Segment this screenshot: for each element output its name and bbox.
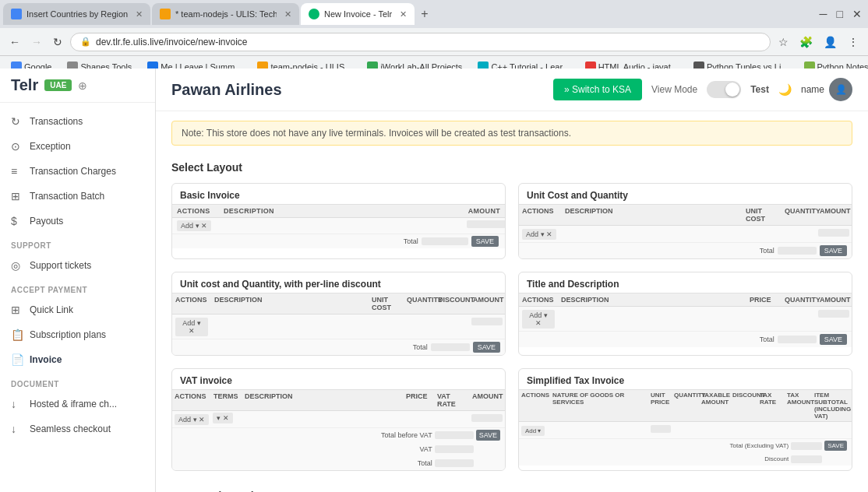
sidebar-item-quick-link[interactable]: ⊞ Quick Link — [0, 297, 155, 322]
vat-footer-subtotal: Total before VAT SAVE — [172, 428, 505, 442]
sidebar-item-transactions[interactable]: ↻ Transactions — [0, 109, 155, 134]
alert-text: Note: This store does not have any live … — [182, 128, 571, 139]
upl-col-actions: ACTIONS — [172, 293, 211, 314]
st-add-row: Add ▾ — [519, 422, 852, 439]
st-col-tax-amt: TAX AMOUNT — [785, 390, 813, 421]
sidebar-item-invoice[interactable]: 📄 Invoice — [0, 347, 155, 372]
tab-3-close[interactable]: ✕ — [400, 9, 407, 19]
st-col-discount: DISCOUNT — [731, 390, 758, 421]
upl-save-button[interactable]: SAVE — [473, 342, 500, 353]
toggle-knob — [725, 83, 739, 97]
td-save-button[interactable]: SAVE — [820, 334, 847, 345]
hosted-iframe-label: Hosted & iframe ch... — [30, 399, 117, 409]
vat-add-button[interactable]: Add ▾ ✕ — [175, 414, 209, 425]
layout-card-simplified-tax[interactable]: Simplified Tax Invoice ACTIONS NATURE OF… — [518, 368, 852, 471]
forward-button[interactable]: → — [28, 34, 45, 50]
ucq-save-button[interactable]: SAVE — [820, 245, 847, 256]
upl-col-unit-cost: UNIT COST — [369, 293, 404, 314]
basic-add-button[interactable]: Add ▾ ✕ — [177, 220, 211, 231]
address-bar[interactable]: 🔒 dev.tlr.fe.ulis.live/invoice/new-invoi… — [70, 33, 771, 51]
basic-col-amount: AMOUNT — [462, 205, 505, 217]
toggle-track[interactable] — [707, 81, 741, 98]
basic-save-button[interactable]: SAVE — [471, 236, 499, 247]
extensions-button[interactable]: 🧩 — [796, 34, 816, 50]
upl-header: ACTIONS DESCRIPTION UNIT COST QUANTITY D… — [172, 293, 505, 315]
simplified-tax-preview: ACTIONS NATURE OF GOODS OR SERVICES UNIT… — [519, 389, 852, 466]
menu-button[interactable]: ⋮ — [845, 34, 862, 50]
vat-footer-total: Total SAVE — [172, 456, 505, 470]
st-add-button[interactable]: Add ▾ — [521, 426, 545, 436]
tab-1[interactable]: Insert Countries by Region ✕ — [3, 3, 150, 25]
seamless-checkout-label: Seamless checkout — [30, 423, 111, 434]
exception-icon: ⊙ — [11, 140, 23, 153]
sidebar-item-transaction-batch[interactable]: ⊞ Transaction Batch — [0, 184, 155, 209]
new-tab-button[interactable]: + — [416, 7, 432, 21]
td-col-desc: DESCRIPTION — [558, 293, 746, 306]
view-mode-toggle[interactable] — [707, 81, 741, 98]
dark-mode-icon[interactable]: 🌙 — [778, 83, 792, 96]
stored-templates-title: Stored templates — [171, 483, 852, 492]
sidebar-item-exception[interactable]: ⊙ Exception — [0, 134, 155, 159]
tab-2-close[interactable]: ✕ — [284, 9, 291, 19]
tab-2-title: * team-nodejs - ULIS: Technolog... — [175, 9, 277, 19]
support-section-label: SUPPORT — [0, 234, 155, 253]
tab-2[interactable]: * team-nodejs - ULIS: Technolog... ✕ — [152, 3, 299, 25]
ucq-add-button[interactable]: Add ▾ ✕ — [522, 229, 556, 240]
vat-header: ACTIONS TERMS DESCRIPTION PRICE VAT RATE… — [172, 390, 505, 411]
accept-payment-section-label: ACCEPT PAYMENT — [0, 278, 155, 297]
layout-card-unit-per-line[interactable]: Unit cost and Quantity, with per-line di… — [171, 272, 506, 356]
vat-terms-button[interactable]: ▾ ✕ — [213, 413, 233, 423]
layout-card-basic[interactable]: Basic Invoice ACTIONS DESCRIPTION AMOUNT… — [171, 183, 506, 259]
td-add-button[interactable]: Add ▾ ✕ — [522, 310, 555, 329]
tab-3[interactable]: New Invoice - Telr ✕ — [301, 3, 415, 25]
upl-add-button[interactable]: Add ▾ ✕ — [175, 318, 208, 336]
st-save-button[interactable]: SAVE — [824, 441, 847, 451]
lock-icon: 🔒 — [80, 37, 91, 47]
basic-footer: Total SAVE — [172, 234, 505, 248]
tab-1-title: Insert Countries by Region — [26, 9, 128, 19]
transactions-label: Transactions — [30, 116, 83, 127]
alert-banner: Note: This store does not have any live … — [171, 121, 852, 146]
globe-icon[interactable]: ⊕ — [78, 79, 87, 92]
basic-col-desc: DESCRIPTION — [219, 205, 462, 217]
upl-col-amount: AMOUNT — [470, 293, 505, 314]
sidebar-item-support-tickets[interactable]: ◎ Support tickets — [0, 253, 155, 278]
bookmark-button[interactable]: ☆ — [775, 34, 792, 50]
switch-ksa-button[interactable]: » Switch to KSA — [553, 79, 642, 100]
tab-2-favicon — [160, 9, 171, 19]
vat-footer-vat: VAT SAVE — [172, 442, 505, 456]
telr-logo: Telr — [11, 76, 38, 94]
unit-per-line-title: Unit cost and Quantity, with per-line di… — [172, 272, 505, 293]
close-window-button[interactable]: ✕ — [849, 6, 865, 22]
transaction-charges-icon: ≡ — [11, 165, 23, 177]
layout-card-vat[interactable]: VAT invoice ACTIONS TERMS DESCRIPTION PR… — [171, 368, 506, 471]
sidebar-item-transaction-charges[interactable]: ≡ Transaction Charges — [0, 159, 155, 184]
vat-save-button-1[interactable]: SAVE — [476, 430, 500, 441]
refresh-button[interactable]: ↻ — [50, 34, 65, 50]
sidebar-item-payouts[interactable]: $ Payouts — [0, 209, 155, 234]
sidebar-item-seamless-checkout[interactable]: ↓ Seamless checkout — [0, 416, 155, 441]
tab-1-close[interactable]: ✕ — [136, 9, 143, 19]
ucq-col-amount: AMOUNT — [817, 205, 852, 225]
maximize-button[interactable]: □ — [834, 6, 846, 22]
profile-button[interactable]: 👤 — [820, 34, 840, 50]
avatar[interactable]: 👤 — [829, 78, 852, 101]
minimize-button[interactable]: ─ — [817, 6, 831, 22]
layout-card-unit-cost-qty[interactable]: Unit Cost and Quantity ACTIONS DESCRIPTI… — [518, 183, 852, 259]
td-col-price: PRICE — [746, 293, 782, 306]
layout-card-title-desc[interactable]: Title and Description ACTIONS DESCRIPTIO… — [518, 272, 852, 356]
title-desc-title: Title and Description — [519, 272, 852, 293]
document-section-label: DOCUMENT — [0, 372, 155, 392]
sidebar-item-hosted-iframe[interactable]: ↓ Hosted & iframe ch... — [0, 392, 155, 416]
tab-3-title: New Invoice - Telr — [324, 9, 392, 19]
unit-per-line-preview: ACTIONS DESCRIPTION UNIT COST QUANTITY D… — [172, 293, 505, 355]
uae-badge: UAE — [44, 79, 72, 91]
st-footer-discount: Discount SAVE — [519, 452, 852, 466]
td-col-qty: QUANTITY — [782, 293, 817, 306]
basic-add-btn: Add ▾ ✕ — [172, 218, 219, 234]
payouts-label: Payouts — [30, 216, 63, 227]
sidebar-item-subscription-plans[interactable]: 📋 Subscription plans — [0, 322, 155, 347]
user-name: name — [801, 84, 824, 95]
quick-link-label: Quick Link — [30, 304, 73, 315]
back-button[interactable]: ← — [6, 34, 23, 50]
